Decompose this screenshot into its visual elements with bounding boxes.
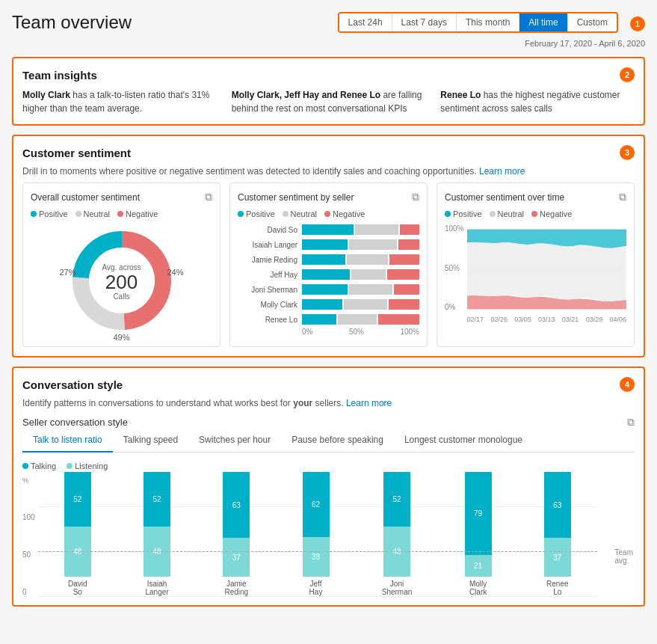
area-chart-svg	[467, 224, 626, 314]
seller-row-renee: Renee Lo	[238, 314, 419, 325]
header-controls: Last 24h Last 7 days This month All time…	[338, 12, 645, 48]
legend-positive: Positive	[31, 209, 68, 218]
over-time-legend: Positive Neutral Negative	[445, 209, 626, 218]
time-btn-last7days[interactable]: Last 7 days	[392, 13, 457, 31]
over-time-chart: 100% 50% 0%	[445, 224, 626, 323]
seller-legend-negative: Negative	[324, 209, 365, 218]
copy-seller-icon[interactable]: ⧉	[412, 191, 419, 203]
molly-label: MollyClark	[469, 580, 487, 596]
bar-renee: 63 37 ReneeLo	[544, 472, 571, 596]
overall-sentiment-title: Overall customer sentiment ⧉	[31, 191, 212, 203]
seller-row-jeff: Jeff Hay	[238, 269, 419, 280]
seller-row-molly: Molly Clark	[238, 299, 419, 310]
step-4-badge: 4	[620, 377, 635, 392]
page: Team overview Last 24h Last 7 days This …	[0, 0, 657, 644]
time-btn-thismonth[interactable]: This month	[457, 13, 519, 31]
overall-sentiment-panel: Overall customer sentiment ⧉ Positive Ne…	[22, 183, 220, 347]
team-insights-title: Team insights	[22, 69, 97, 82]
bars-container: Teamavg. 52 48 DavidSo	[38, 491, 597, 596]
by-seller-x-labels: 0% 50% 100%	[238, 328, 419, 336]
seller-row-joni: Joni Sherman	[238, 284, 419, 295]
bar-jeff: 62 38 JeffHay	[303, 472, 330, 596]
jeff-label: JeffHay	[309, 580, 323, 596]
isaiah-label: IsaiahLanger	[145, 580, 168, 596]
legend-neutral: Neutral	[75, 209, 110, 218]
time-btn-custom[interactable]: Custom	[568, 13, 617, 31]
pct-negative: 49%	[113, 333, 129, 342]
team-avg-line	[38, 551, 597, 552]
insight-3-bold: Renee Lo	[440, 90, 481, 100]
conv-style-header: Conversation style 4	[22, 377, 635, 392]
team-insights-header: Team insights 2	[22, 67, 635, 82]
bar-david-so: 52 48 DavidSo	[64, 472, 91, 596]
bar-jamie: 63 37 JamieReding	[223, 472, 250, 596]
step-1-badge: 1	[630, 16, 645, 31]
insight-2-bold: Molly Clark, Jeff Hay and Renee Lo	[232, 90, 380, 100]
sellers-bars-row: 52 48 DavidSo 52 48 IsaiahLanger	[38, 491, 597, 596]
header: Team overview Last 24h Last 7 days This …	[12, 12, 645, 48]
negative-dot	[117, 211, 123, 217]
calls-count: 200	[102, 271, 141, 292]
pct-neutral: 27%	[60, 268, 76, 277]
renee-label: ReneeLo	[546, 580, 568, 596]
copy-overall-icon[interactable]: ⧉	[205, 191, 212, 203]
time-btn-last24h[interactable]: Last 24h	[339, 13, 392, 31]
david-label: DavidSo	[68, 580, 87, 596]
seller-row-jamie: Jamie Reding	[238, 254, 419, 265]
seller-bars: David So Isaiah Langer	[238, 224, 419, 325]
sentiment-subtitle: Drill in to moments where positive or ne…	[22, 166, 635, 177]
insight-1-bold: Molly Clark	[22, 90, 70, 100]
time-filter: Last 24h Last 7 days This month All time…	[338, 12, 618, 33]
copy-conv-icon[interactable]: ⧉	[627, 416, 635, 429]
insight-1: Molly Clark has a talk-to-listen ratio t…	[22, 88, 217, 115]
donut-center: Avg. across 200 Calls	[102, 263, 141, 301]
overall-legend: Positive Neutral Negative	[31, 209, 212, 218]
bars-legend: Talking Listening	[22, 461, 635, 470]
time-x-labels: 02/17 02/26 03/05 03/13 03/21 03/29 04/0…	[467, 316, 626, 323]
insights-grid: Molly Clark has a talk-to-listen ratio t…	[22, 88, 635, 115]
tab-pause[interactable]: Pause before speaking	[281, 429, 394, 453]
seller-row-davidso: David So	[238, 224, 419, 235]
panel-title: Seller conversation style	[22, 417, 128, 428]
tab-bar: Talk to listen ratio Talking speed Switc…	[22, 429, 635, 453]
tab-talking-speed[interactable]: Talking speed	[113, 429, 188, 453]
panel-header-row: Seller conversation style ⧉	[22, 416, 635, 429]
jamie-label: JamieReding	[224, 580, 248, 596]
insight-2: Molly Clark, Jeff Hay and Renee Lo are f…	[232, 88, 426, 115]
conv-learn-more[interactable]: Learn more	[346, 398, 392, 408]
customer-sentiment-section: Customer sentiment 3 Drill in to moments…	[12, 135, 645, 358]
tab-monologue[interactable]: Longest customer monologue	[394, 429, 533, 453]
neutral-dot	[75, 211, 81, 217]
legend-negative: Negative	[117, 209, 158, 218]
date-range: February 17, 2020 - April 6, 2020	[525, 39, 645, 48]
sentiment-title: Customer sentiment	[22, 147, 131, 159]
conv-style-title: Conversation style	[22, 378, 123, 391]
tab-switches[interactable]: Switches per hour	[188, 429, 281, 453]
david-talking: 52	[64, 472, 91, 527]
conversation-style-section: Conversation style 4 Identify patterns i…	[12, 367, 645, 607]
by-seller-panel: Customer sentiment by seller ⧉ Positive …	[229, 183, 428, 347]
calls-label: Calls	[102, 292, 141, 301]
over-time-panel: Customer sentiment over time ⧉ Positive …	[437, 183, 635, 347]
page-title: Team overview	[12, 12, 132, 33]
seller-legend-positive: Positive	[238, 209, 275, 218]
sentiment-charts: Overall customer sentiment ⧉ Positive Ne…	[22, 183, 635, 347]
sentiment-header: Customer sentiment 3	[22, 145, 635, 160]
tab-talk-listen[interactable]: Talk to listen ratio	[22, 429, 113, 453]
bar-isaiah: 52 48 IsaiahLanger	[144, 472, 170, 596]
insight-3: Renee Lo has the highest negative custom…	[440, 88, 635, 115]
y-axis: % 100 50 0	[22, 476, 35, 596]
seller-legend-neutral: Neutral	[283, 209, 317, 218]
by-seller-legend: Positive Neutral Negative	[238, 209, 419, 218]
positive-dot	[31, 211, 37, 217]
team-avg-label: Teamavg.	[615, 548, 633, 565]
copy-time-icon[interactable]: ⧉	[619, 191, 626, 203]
sentiment-learn-more[interactable]: Learn more	[479, 166, 525, 177]
team-insights-section: Team insights 2 Molly Clark has a talk-t…	[12, 57, 645, 126]
seller-row-isaiah: Isaiah Langer	[238, 239, 419, 250]
pct-positive: 24%	[167, 268, 183, 277]
time-btn-alltime[interactable]: All time	[519, 13, 567, 31]
bar-chart-area: % 100 50 0 Teamavg.	[22, 476, 635, 596]
step-3-badge: 3	[620, 145, 635, 160]
joni-label: JoniSherman	[382, 580, 413, 596]
